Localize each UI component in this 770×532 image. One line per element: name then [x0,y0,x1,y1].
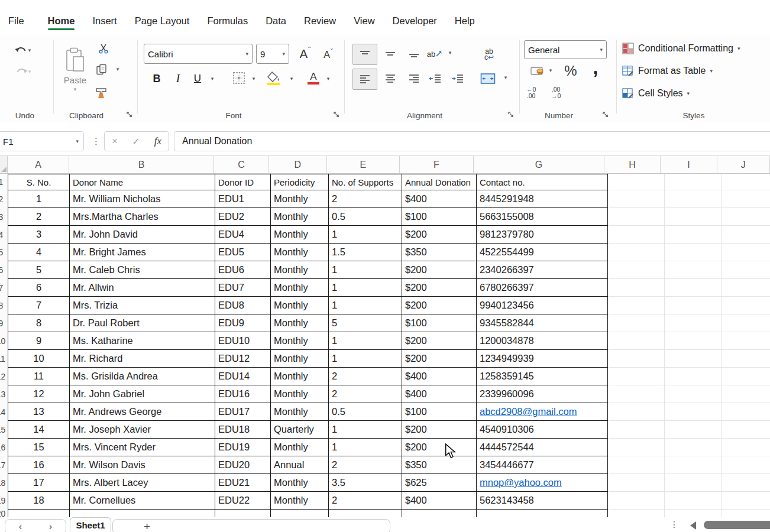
cell-I14[interactable] [665,403,722,421]
cell-F15[interactable]: $200 [402,421,477,439]
cell-C14[interactable]: EDU17 [215,403,271,421]
column-header-B[interactable]: B [69,156,213,173]
cell-C5[interactable]: EDU5 [215,244,271,261]
cell-F8[interactable]: $200 [402,297,477,314]
column-header-H[interactable]: H [604,156,661,173]
menu-tab-formulas[interactable]: Formulas [207,15,248,31]
cell-E9[interactable]: 5 [329,314,402,332]
cell-B4[interactable]: Mr. John David [70,226,215,244]
cell-I7[interactable] [665,279,722,297]
cell-D16[interactable]: Monthly [271,439,329,456]
cell-D5[interactable]: Monthly [271,244,329,261]
cell-I5[interactable] [665,244,722,261]
cell-D12[interactable]: Monthly [271,368,329,385]
add-sheet-button[interactable]: + [144,520,150,532]
cell-I15[interactable] [665,421,722,439]
cell-E12[interactable]: 2 [329,368,402,385]
row-header-20[interactable]: 20 [0,510,8,517]
merge-center-dropdown[interactable]: ▾ [502,73,510,82]
cell-I6[interactable] [665,261,722,279]
cell-C11[interactable]: EDU12 [215,350,271,368]
cell-E3[interactable]: 0.5 [329,208,402,226]
cell-C10[interactable]: EDU10 [215,332,271,350]
formula-bar-handle[interactable]: ⋮ [92,136,101,147]
orientation-dropdown[interactable]: ▾ [446,48,454,57]
enter-icon[interactable]: ✓ [132,136,140,147]
cell-H4[interactable] [608,226,665,244]
cell-G16[interactable]: 4444572544 [477,439,608,456]
cell-H9[interactable] [608,314,665,332]
cell-D1[interactable]: Periodicity [271,174,329,190]
cell-H16[interactable] [608,439,665,456]
cell-D8[interactable]: Monthly [271,297,329,314]
menu-tab-developer[interactable]: Developer [393,15,437,31]
cell-D13[interactable]: Monthly [271,385,329,403]
font-color-button[interactable]: A [305,69,322,87]
cell-C3[interactable]: EDU2 [215,208,271,226]
cell-I19[interactable] [665,492,722,510]
cell-D2[interactable]: Monthly [271,190,329,208]
cell-I16[interactable] [665,439,722,456]
cell-D6[interactable]: Monthly [271,261,329,279]
cell-A4[interactable]: 3 [8,226,70,244]
cell-A11[interactable]: 10 [8,350,70,368]
cell-F6[interactable]: $200 [402,261,477,279]
cell-B14[interactable]: Mr. Andrews George [70,403,215,421]
cell-F9[interactable]: $100 [402,314,477,332]
cell-H7[interactable] [608,279,665,297]
row-header-15[interactable]: 15 [0,421,8,439]
number-dialog-launcher[interactable] [602,111,610,119]
cell-F17[interactable]: $350 [402,456,477,474]
cell-H13[interactable] [608,385,665,403]
cell-I13[interactable] [665,385,722,403]
row-header-2[interactable]: 2 [0,190,8,208]
cell-F11[interactable]: $200 [402,350,477,368]
cell-F2[interactable]: $400 [402,190,477,208]
top-align-button[interactable] [352,44,377,65]
cancel-icon[interactable]: × [112,135,118,147]
cell-H14[interactable] [608,403,665,421]
row-header-13[interactable]: 13 [0,385,8,403]
cell-F10[interactable]: $200 [402,332,477,350]
cell-B8[interactable]: Mrs. Trizia [70,297,215,314]
cell-J13[interactable] [722,385,770,403]
cell-D18[interactable]: Monthly [271,474,329,492]
cell-A17[interactable]: 16 [8,456,70,474]
cell-B7[interactable]: Mr. Allwin [70,279,215,297]
cell-E7[interactable]: 1 [329,279,402,297]
cell-B6[interactable]: Mr. Caleb Chris [70,261,215,279]
column-header-F[interactable]: F [400,156,474,173]
borders-button[interactable] [231,70,247,86]
cell-G20[interactable] [477,510,608,517]
cell-A12[interactable]: 11 [8,368,70,385]
cell-H20[interactable] [608,510,665,517]
cell-G19[interactable]: 5623143458 [477,492,608,510]
cell-E11[interactable]: 1 [329,350,402,368]
cell-C17[interactable]: EDU20 [215,456,271,474]
cell-H6[interactable] [608,261,665,279]
borders-dropdown[interactable]: ▾ [250,74,258,83]
cell-I20[interactable] [665,510,722,517]
conditional-formatting-button[interactable]: Conditional Formatting ▾ [622,43,740,54]
column-header-D[interactable]: D [269,156,326,173]
cell-G15[interactable]: 4540910306 [477,421,608,439]
cell-G1[interactable]: Contact no. [477,174,608,190]
cell-B15[interactable]: Mr. Joseph Xavier [70,421,215,439]
cell-E20[interactable] [329,510,402,517]
row-header-11[interactable]: 11 [0,350,8,368]
menu-tab-view[interactable]: View [354,15,374,31]
cell-H19[interactable] [608,492,665,510]
cell-G6[interactable]: 2340266397 [477,261,608,279]
cell-G12[interactable]: 1258359145 [477,368,608,385]
cell-styles-button[interactable]: Cell Styles ▾ [622,87,690,99]
cell-E13[interactable]: 2 [329,385,402,403]
cell-J11[interactable] [722,350,770,368]
cell-B9[interactable]: Dr. Paul Robert [70,314,215,332]
cell-E2[interactable]: 2 [329,190,402,208]
formula-input[interactable]: Annual Donation [174,131,770,151]
format-as-table-button[interactable]: Format as Table ▾ [622,65,713,77]
clipboard-dialog-launcher[interactable] [126,111,134,119]
cell-J18[interactable] [722,474,770,492]
cell-J16[interactable] [722,439,770,456]
cell-G4[interactable]: 9812379780 [477,226,608,244]
